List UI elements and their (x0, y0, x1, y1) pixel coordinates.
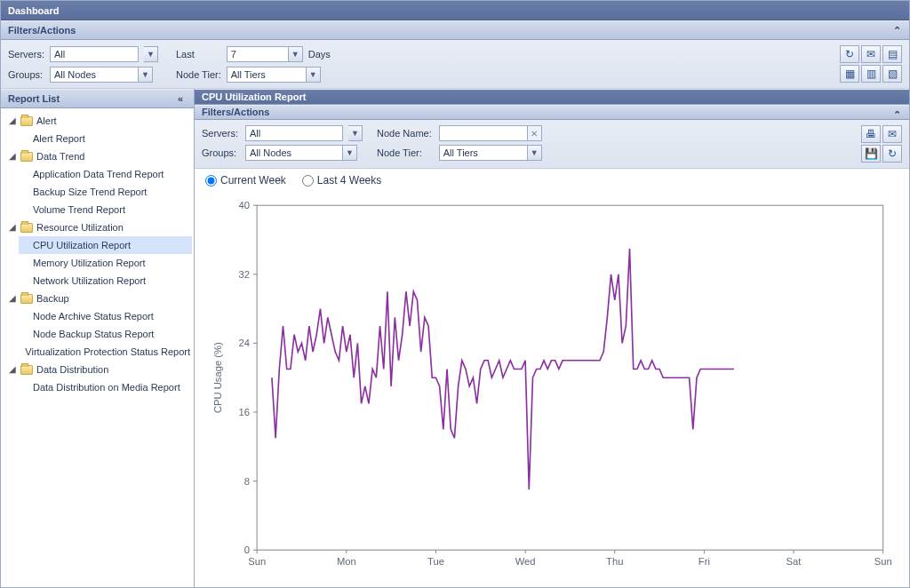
sidebar-collapse-icon[interactable]: « (178, 93, 188, 104)
tree-folder[interactable]: ◢Alert (6, 112, 192, 130)
tree-item[interactable]: Node Backup Status Report (19, 325, 192, 343)
nodetier-dropdown-icon[interactable]: ▼ (307, 67, 321, 83)
r-servers-label: Servers: (202, 128, 238, 139)
tree-item[interactable]: Data Distribution on Media Report (19, 378, 192, 396)
svg-text:Sat: Sat (786, 556, 802, 567)
window-title: Dashboard (1, 1, 909, 20)
grid2-icon[interactable]: ▥ (861, 65, 881, 83)
groups-input[interactable] (50, 67, 139, 83)
reload-icon[interactable]: ↻ (882, 145, 902, 163)
tree-folder[interactable]: ◢Backup (6, 290, 192, 307)
expand-icon[interactable]: ◢ (8, 219, 17, 235)
svg-text:Thu: Thu (606, 556, 623, 567)
tree-item[interactable]: Node Archive Status Report (19, 307, 192, 325)
r-nodename-label: Node Name: (377, 128, 432, 139)
r-servers-input[interactable] (245, 125, 343, 141)
radio-current-input[interactable] (205, 175, 217, 187)
r-groups-input[interactable] (245, 145, 343, 161)
tree-folder[interactable]: ◢Resource Utilization (6, 219, 192, 236)
report-filters-header[interactable]: Filters/Actions ⌃ (195, 105, 909, 121)
radio-current-label: Current Week (220, 174, 286, 187)
servers-input[interactable] (50, 46, 139, 62)
tree-item[interactable]: CPU Utilization Report (19, 236, 192, 254)
refresh-icon[interactable]: ↻ (840, 45, 859, 63)
tree-item-label: Virtualization Protection Status Report (25, 344, 190, 360)
tree-item-label: Application Data Trend Report (33, 166, 164, 182)
expand-icon[interactable]: ◢ (8, 362, 17, 377)
tree-item[interactable]: Application Data Trend Report (19, 165, 192, 183)
tree-item-label: CPU Utilization Report (33, 237, 131, 253)
grid3-icon[interactable]: ▧ (882, 65, 902, 83)
servers-dropdown-icon[interactable]: ▼ (144, 46, 158, 62)
expand-icon[interactable]: ◢ (8, 148, 17, 164)
tree-item[interactable]: Memory Utilization Report (19, 254, 192, 272)
folder-icon (20, 116, 33, 126)
top-filters-header[interactable]: Filters/Actions ⌃ (1, 20, 909, 40)
r-groups-dropdown-icon[interactable]: ▼ (343, 145, 357, 161)
svg-text:8: 8 (244, 476, 250, 487)
last-input[interactable] (227, 46, 289, 62)
tree-item-label: Volume Trend Report (33, 202, 125, 218)
expand-icon[interactable]: ◢ (8, 113, 17, 129)
svg-text:Fri: Fri (698, 556, 710, 567)
tree-folder-label: Data Distribution (36, 362, 108, 377)
nodetier-label: Node Tier: (176, 69, 221, 80)
r-nodetier-dropdown-icon[interactable]: ▼ (528, 145, 542, 161)
tree-item-label: Node Backup Status Report (33, 326, 154, 342)
svg-text:40: 40 (239, 200, 250, 211)
grid1-icon[interactable]: ▦ (840, 65, 859, 83)
svg-text:Mon: Mon (337, 556, 356, 567)
tree-item-label: Memory Utilization Report (33, 255, 146, 271)
radio-last4-input[interactable] (302, 175, 314, 187)
svg-text:0: 0 (244, 544, 250, 555)
expand-icon[interactable]: ◢ (8, 290, 17, 306)
r-servers-dropdown-icon[interactable]: ▼ (348, 125, 363, 141)
tree-folder-label: Backup (36, 290, 69, 306)
tree-item-label: Alert Report (33, 131, 85, 147)
svg-rect-0 (257, 205, 883, 550)
tree-folder[interactable]: ◢Data Trend (6, 147, 192, 165)
chart-container: 0816243240SunMonTueWedThuFriSatSunCPU Us… (195, 192, 909, 587)
tree-item[interactable]: Backup Size Trend Report (19, 183, 192, 201)
folder-icon (20, 223, 33, 233)
r-nodename-input[interactable] (439, 125, 528, 141)
tree-folder[interactable]: ◢Data Distribution (6, 361, 192, 378)
report-filters-collapse-icon[interactable]: ⌃ (893, 109, 904, 120)
groups-dropdown-icon[interactable]: ▼ (139, 67, 153, 83)
nodetier-input[interactable] (227, 67, 307, 83)
email-icon[interactable]: ✉ (861, 45, 881, 63)
top-filters-panel: Servers: ▼ Groups: ▼ Last ▼ Days Node Ti (1, 40, 909, 89)
radio-current-week[interactable]: Current Week (205, 174, 286, 187)
save-icon[interactable]: 💾 (861, 145, 881, 163)
tree-folder-label: Resource Utilization (36, 219, 124, 235)
tree-item[interactable]: Alert Report (19, 130, 192, 147)
r-nodetier-input[interactable] (439, 145, 528, 161)
tree-item[interactable]: Virtualization Protection Status Report (19, 343, 192, 361)
svg-text:Sun: Sun (248, 556, 266, 567)
report-title: CPU Utilization Report (202, 91, 306, 102)
servers-label: Servers: (8, 49, 44, 60)
svg-text:32: 32 (239, 269, 250, 280)
r-nodetier-label: Node Tier: (377, 147, 432, 158)
svg-text:Tue: Tue (427, 556, 444, 567)
tree-folder-label: Alert (36, 113, 57, 129)
print-icon[interactable]: 🖶 (861, 125, 881, 143)
tree-item[interactable]: Volume Trend Report (19, 201, 192, 219)
last-dropdown-icon[interactable]: ▼ (289, 46, 303, 62)
email2-icon[interactable]: ✉ (882, 125, 902, 143)
folder-icon (20, 294, 33, 304)
folder-icon (20, 152, 33, 162)
report-list-header[interactable]: Report List « (1, 89, 194, 108)
radio-last-4-weeks[interactable]: Last 4 Weeks (302, 174, 381, 187)
tree-item[interactable]: Network Utilization Report (19, 272, 192, 290)
tree-item-label: Backup Size Trend Report (33, 184, 147, 200)
tree-folder-label: Data Trend (36, 148, 84, 164)
folder-icon (20, 365, 33, 375)
svg-text:16: 16 (239, 407, 250, 417)
r-groups-label: Groups: (202, 147, 238, 158)
period-radios: Current Week Last 4 Weeks (195, 169, 909, 192)
collapse-icon[interactable]: ⌃ (893, 25, 904, 36)
chart-icon[interactable]: ▤ (882, 45, 902, 63)
title-text: Dashboard (8, 5, 59, 16)
clear-icon[interactable]: ✕ (528, 125, 542, 141)
